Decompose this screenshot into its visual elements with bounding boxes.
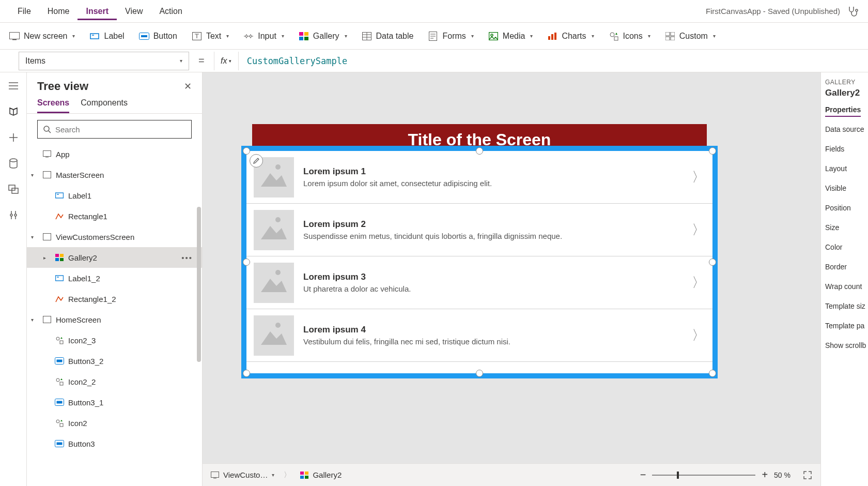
text-icon xyxy=(192,31,202,41)
property-row[interactable]: Template pa xyxy=(825,322,864,330)
resize-handle[interactable] xyxy=(709,259,716,266)
fx-button[interactable]: fx▾ xyxy=(214,52,239,70)
search-input[interactable] xyxy=(55,125,186,134)
add-icon[interactable] xyxy=(7,131,20,144)
property-row[interactable]: Layout xyxy=(825,164,864,173)
property-row[interactable]: Data source xyxy=(825,125,864,133)
gallery-item-title: Lorem ipsum 2 xyxy=(303,219,683,230)
breadcrumb-control[interactable]: Gallery2 xyxy=(300,470,342,479)
zoom-in-button[interactable]: + xyxy=(762,469,768,481)
ribbon-media[interactable]: Media▾ xyxy=(488,31,533,41)
tree-node-rectangle1[interactable]: Rectangle1 xyxy=(27,206,202,226)
tree-node-icon2[interactable]: Icon2 xyxy=(27,413,202,433)
ribbon-forms[interactable]: Forms▾ xyxy=(428,31,473,41)
formula-input[interactable]: CustomGallerySample xyxy=(239,52,868,70)
menu-home[interactable]: Home xyxy=(39,3,78,20)
menu-file[interactable]: File xyxy=(9,3,39,20)
property-row[interactable]: Show scrollb xyxy=(825,341,864,350)
tree-node-viewcustomersscreen[interactable]: ▾ViewCustomersScreen xyxy=(27,226,202,247)
gallery-row[interactable]: Lorem ipsum 4Vestibulum dui felis, fring… xyxy=(246,309,712,362)
app-checker-icon[interactable] xyxy=(846,5,859,18)
resize-handle[interactable] xyxy=(476,370,483,377)
svg-point-50 xyxy=(56,420,59,423)
fit-screen-icon[interactable] xyxy=(803,470,812,480)
gallery-row[interactable]: Lorem ipsum 3Ut pharetra a dolor ac vehi… xyxy=(246,256,712,309)
ribbon-gallery[interactable]: Gallery▾ xyxy=(299,31,347,41)
data-table-icon xyxy=(362,31,372,41)
ribbon-new-screen[interactable]: New screen▾ xyxy=(9,31,75,41)
ribbon-custom[interactable]: Custom▾ xyxy=(665,31,716,41)
ribbon-text[interactable]: Text▾ xyxy=(192,31,229,41)
tree-view-icon[interactable] xyxy=(7,105,20,118)
gallery-row[interactable]: Lorem ipsum 1Lorem ipsum dolor sit amet,… xyxy=(246,151,712,204)
svg-rect-62 xyxy=(305,476,308,479)
ribbon-icons[interactable]: Icons▾ xyxy=(609,31,650,41)
tree-node-button3[interactable]: Button3 xyxy=(27,433,202,454)
ribbon-input[interactable]: Input▾ xyxy=(243,31,284,41)
tree-node-label1_2[interactable]: Label1_2 xyxy=(27,268,202,288)
property-row[interactable]: Border xyxy=(825,263,864,271)
resize-handle[interactable] xyxy=(709,370,716,377)
more-icon[interactable]: ••• xyxy=(181,253,193,262)
resize-handle[interactable] xyxy=(709,147,716,155)
property-row[interactable]: Size xyxy=(825,223,864,232)
resize-handle[interactable] xyxy=(243,259,250,266)
tree-node-homescreen[interactable]: ▾HomeScreen xyxy=(27,309,202,330)
expand-icon[interactable]: ▾ xyxy=(31,234,38,240)
ribbon-label[interactable]: Label xyxy=(89,31,124,41)
chevron-right-icon[interactable]: 〉 xyxy=(692,326,705,344)
tree-node-icon2_2[interactable]: Icon2_2 xyxy=(27,371,202,392)
gallery-selection[interactable]: Lorem ipsum 1Lorem ipsum dolor sit amet,… xyxy=(241,146,718,378)
canvas-area[interactable]: Title of the Screen Lorem ipsum 1Lorem i… xyxy=(203,72,820,486)
property-row[interactable]: Template siz xyxy=(825,302,864,310)
data-icon[interactable] xyxy=(7,157,20,170)
property-row[interactable]: Fields xyxy=(825,145,864,153)
property-selector[interactable]: Items▾ xyxy=(19,52,189,70)
tree-scrollbar[interactable] xyxy=(197,207,201,362)
tree-node-button3_1[interactable]: Button3_1 xyxy=(27,392,202,413)
resize-handle[interactable] xyxy=(243,147,250,155)
tab-screens[interactable]: Screens xyxy=(37,98,69,113)
tree-node-gallery2[interactable]: ▸Gallery2••• xyxy=(27,247,202,268)
tree-node-label1[interactable]: Label1 xyxy=(27,185,202,206)
breadcrumb-screen[interactable]: ViewCusto… ▾ xyxy=(211,470,274,479)
advanced-tools-icon[interactable] xyxy=(7,209,20,221)
resize-handle[interactable] xyxy=(243,370,250,377)
top-menu-bar: File Home Insert View Action FirstCanvas… xyxy=(0,0,868,23)
resize-handle[interactable] xyxy=(476,147,483,155)
button-icon xyxy=(55,398,64,407)
tree-node-icon2_3[interactable]: Icon2_3 xyxy=(27,330,202,351)
svg-rect-39 xyxy=(60,258,64,261)
ribbon-button[interactable]: Button xyxy=(139,31,177,41)
expand-icon[interactable]: ▸ xyxy=(43,255,51,261)
property-row[interactable]: Position xyxy=(825,204,864,212)
menu-action[interactable]: Action xyxy=(151,3,190,20)
tree-search-box[interactable] xyxy=(37,120,192,139)
tree-node-app[interactable]: App xyxy=(27,144,202,164)
tab-components[interactable]: Components xyxy=(81,98,128,113)
close-icon[interactable]: ✕ xyxy=(184,81,192,92)
chevron-right-icon[interactable]: 〉 xyxy=(692,221,705,239)
hamburger-icon[interactable] xyxy=(7,80,20,92)
chevron-right-icon[interactable]: 〉 xyxy=(692,274,705,292)
property-row[interactable]: Visible xyxy=(825,184,864,192)
chevron-right-icon[interactable]: 〉 xyxy=(692,168,705,186)
property-row[interactable]: Wrap count xyxy=(825,282,864,291)
menu-insert[interactable]: Insert xyxy=(78,3,117,20)
props-tab-properties[interactable]: Properties xyxy=(825,105,861,117)
menu-view[interactable]: View xyxy=(117,3,151,20)
tree-node-button3_2[interactable]: Button3_2 xyxy=(27,351,202,371)
edit-pencil-icon[interactable] xyxy=(250,154,263,168)
gallery-row[interactable]: Lorem ipsum 2Suspendisse enim metus, tin… xyxy=(246,204,712,256)
media-rail-icon[interactable] xyxy=(7,183,20,195)
ribbon-data-table[interactable]: Data table xyxy=(362,31,414,41)
gallery-icon xyxy=(55,253,64,262)
zoom-slider[interactable] xyxy=(652,475,755,476)
property-row[interactable]: Color xyxy=(825,243,864,251)
ribbon-charts[interactable]: Charts▾ xyxy=(547,31,594,41)
tree-node-rectangle1_2[interactable]: Rectangle1_2 xyxy=(27,288,202,309)
expand-icon[interactable]: ▾ xyxy=(31,172,38,178)
tree-node-masterscreen[interactable]: ▾MasterScreen xyxy=(27,164,202,185)
zoom-out-button[interactable]: − xyxy=(640,469,646,481)
expand-icon[interactable]: ▾ xyxy=(31,317,38,323)
